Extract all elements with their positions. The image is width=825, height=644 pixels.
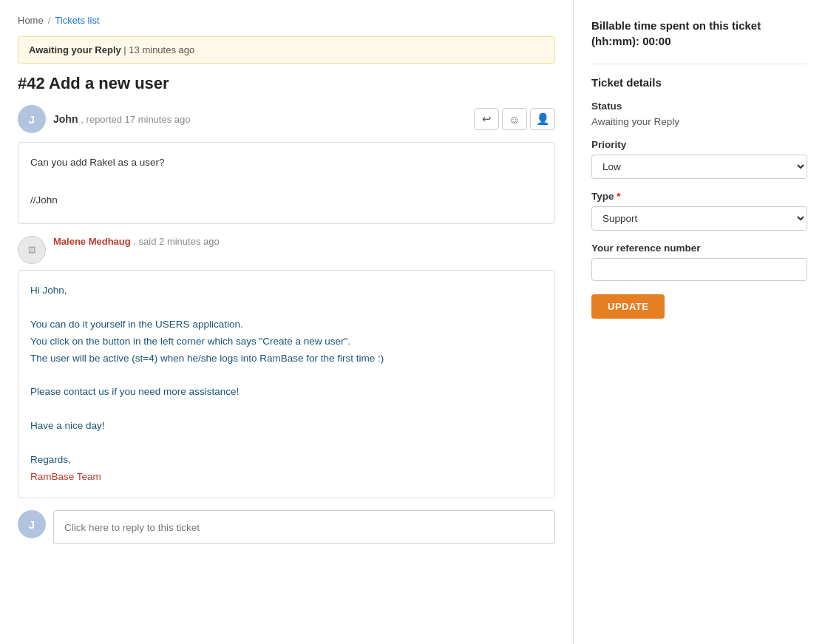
breadcrumb: Home / Tickets list — [18, 15, 555, 26]
breadcrumb-home-link[interactable]: Home — [18, 15, 44, 26]
reporter-row: J John , reported 17 minutes ago ↩ ☺ 👤 — [18, 105, 555, 133]
agent-avatar: 🖼 — [18, 236, 46, 264]
type-label: Type * — [591, 191, 807, 202]
reporter-details: John , reported 17 minutes ago — [53, 113, 191, 125]
agent-line2 — [30, 299, 543, 316]
agent-line9: Have a nice day! — [30, 418, 543, 435]
agent-line7: Please contact us if you need more assis… — [30, 384, 543, 401]
billable-time: Billable time spent on this ticket (hh:m… — [591, 18, 807, 49]
ticket-title: #42 Add a new user — [18, 74, 555, 93]
agent-line10 — [30, 435, 543, 452]
status-banner-separator: | — [121, 44, 129, 55]
agent-line6 — [30, 367, 543, 384]
agent-said: , said 2 minutes ago — [133, 236, 219, 247]
type-select[interactable]: Support Bug Feature — [591, 206, 807, 231]
agent-line3: You can do it yourself in the USERS appl… — [30, 316, 543, 333]
reporter-name: John — [53, 113, 78, 125]
status-value: Awaiting your Reply — [591, 116, 807, 127]
original-message-line3: //John — [30, 192, 543, 209]
breadcrumb-tickets-link[interactable]: Tickets list — [55, 15, 99, 26]
agent-row: 🖼 Malene Medhaug , said 2 minutes ago — [18, 236, 555, 264]
original-message-box: Can you add Rakel as a user? //John — [18, 142, 555, 224]
status-banner-bold: Awaiting your Reply — [29, 44, 121, 55]
status-label: Status — [591, 101, 807, 112]
divider — [591, 64, 807, 64]
ticket-details-title: Ticket details — [591, 76, 807, 89]
reporter-avatar: J — [18, 105, 46, 133]
type-required-star: * — [617, 191, 620, 202]
agent-avatar-icon: 🖼 — [28, 245, 36, 254]
breadcrumb-separator: / — [48, 15, 51, 26]
agent-line11: Regards, — [30, 452, 543, 469]
agent-line12: RamBase Team — [30, 469, 543, 486]
agent-name: Malene Medhaug — [53, 236, 131, 247]
status-banner: Awaiting your Reply | 13 minutes ago — [18, 36, 555, 64]
assign-button[interactable]: 👤 — [530, 108, 555, 130]
agent-message-box: Hi John, You can do it yourself in the U… — [18, 270, 555, 498]
agent-line1: Hi John, — [30, 282, 543, 299]
original-message-line1: Can you add Rakel as a user? — [30, 155, 543, 171]
reporter-info: J John , reported 17 minutes ago — [18, 105, 191, 133]
status-button[interactable]: ☺ — [502, 108, 527, 130]
priority-select[interactable]: Low Medium High — [591, 155, 807, 179]
reply-button[interactable]: ↩ — [474, 108, 499, 130]
priority-label: Priority — [591, 139, 807, 150]
reply-input[interactable] — [53, 510, 555, 544]
agent-line8 — [30, 401, 543, 418]
update-button[interactable]: UPDATE — [591, 294, 665, 319]
agent-line5: The user will be active (st=4) when he/s… — [30, 350, 543, 367]
agent-line4: You click on the button in the left corn… — [30, 333, 543, 350]
status-banner-time: 13 minutes ago — [129, 44, 194, 55]
reply-row: J — [18, 510, 555, 544]
reference-label: Your reference number — [591, 243, 807, 254]
reference-input[interactable] — [591, 258, 807, 281]
original-message-line2 — [30, 174, 543, 190]
right-panel: Billable time spent on this ticket (hh:m… — [574, 0, 825, 644]
reply-avatar: J — [18, 510, 46, 538]
reporter-meta: , reported 17 minutes ago — [81, 114, 190, 125]
action-buttons: ↩ ☺ 👤 — [474, 108, 555, 130]
agent-meta: Malene Medhaug , said 2 minutes ago — [53, 236, 220, 247]
